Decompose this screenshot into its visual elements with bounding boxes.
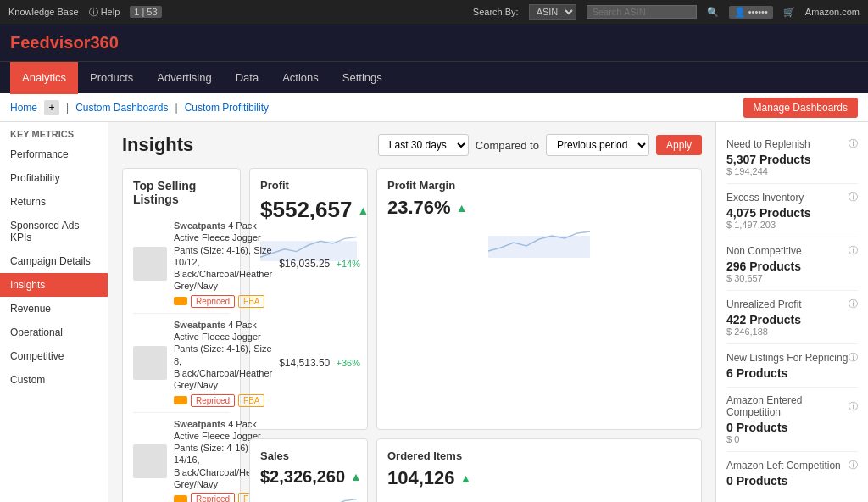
search-icon[interactable]: 🔍: [707, 7, 719, 18]
margin-up-arrow: ▲: [456, 201, 468, 215]
insight-amazon-left-title: Amazon Left Competition ⓘ: [726, 459, 858, 471]
insight-need-replenish[interactable]: Need to Replenish ⓘ 5,307 Products $ 194…: [726, 131, 858, 184]
listing-thumb: [133, 247, 167, 281]
sidebar-item-performance[interactable]: Performance: [0, 142, 108, 166]
insight-non-competitive[interactable]: Non Competitive ⓘ 296 Products $ 30,657: [726, 237, 858, 291]
sidebar: Key Metrics Performance Profitability Re…: [0, 122, 108, 502]
right-panel: Need to Replenish ⓘ 5,307 Products $ 194…: [715, 122, 868, 502]
insight-amazon-entered[interactable]: Amazon Entered Competition ⓘ 0 Products …: [726, 388, 858, 452]
sidebar-item-operational[interactable]: Operational: [0, 321, 108, 344]
amazon-entered-sub: $ 0: [726, 434, 858, 444]
nav-analytics[interactable]: Analytics: [10, 62, 78, 94]
breadcrumb-home[interactable]: Home: [10, 102, 37, 114]
info-icon[interactable]: ⓘ: [849, 298, 858, 310]
insight-non-competitive-title: Non Competitive ⓘ: [726, 244, 858, 257]
listing-item[interactable]: Sweatpants 4 Pack Active Fleece Jogger P…: [133, 314, 230, 413]
need-replenish-sub: $ 194,244: [726, 166, 858, 176]
top-listings-title: Top Selling Listings: [133, 179, 230, 206]
sidebar-item-insights[interactable]: Insights: [0, 273, 108, 297]
excess-inventory-sub: $ 1,497,203: [726, 220, 858, 230]
info-icon[interactable]: ⓘ: [849, 191, 858, 204]
insight-amazon-left[interactable]: Amazon Left Competition ⓘ 0 Products: [726, 452, 858, 494]
sales-metric-card: Sales $2,326,260 ▲: [249, 438, 368, 502]
ordered-items-title: Ordered Items: [387, 449, 691, 462]
help-link[interactable]: ⓘ Help: [89, 6, 120, 19]
breadcrumb-custom-profitability[interactable]: Custom Profitibility: [185, 102, 269, 114]
knowledge-base-link[interactable]: Knowledge Base: [8, 7, 79, 17]
date-controls: Last 30 days Compared to Previous period…: [378, 134, 702, 156]
info-icon[interactable]: ⓘ: [849, 244, 858, 257]
nav-settings[interactable]: Settings: [331, 62, 394, 94]
main-layout: Key Metrics Performance Profitability Re…: [0, 122, 868, 502]
insight-unrealized-profit-title: Unrealized Profit ⓘ: [726, 298, 858, 310]
listing-thumb: [133, 444, 167, 478]
non-competitive-sub: $ 30,657: [726, 273, 858, 283]
insight-excess-inventory[interactable]: Excess Inventory ⓘ 4,075 Products $ 1,49…: [726, 184, 858, 237]
logo-brand: Feedvisor: [10, 33, 90, 52]
logo[interactable]: Feedvisor360: [10, 33, 119, 53]
listing-info: Sweatpants 4 Pack Active Fleece Jogger P…: [174, 220, 272, 308]
breadcrumb-bar: Home + | Custom Dashboards | Custom Prof…: [0, 93, 868, 122]
profit-up-arrow: ▲: [357, 204, 369, 217]
listing-info: Sweatpants 4 Pack Active Fleece Jogger P…: [174, 319, 272, 407]
listing-price: $16,035.25 +14%: [279, 258, 360, 270]
amazon-icon: [174, 396, 187, 404]
amazon-icon: [174, 495, 187, 502]
sales-metric-value: $2,326,260 ▲: [260, 467, 357, 487]
page-header: Insights Last 30 days Compared to Previo…: [122, 134, 702, 156]
unrealized-profit-sub: $ 246,188: [726, 326, 858, 337]
apply-button[interactable]: Apply: [656, 135, 702, 155]
sidebar-item-revenue[interactable]: Revenue: [0, 297, 108, 321]
ordered-up-arrow: ▲: [460, 471, 472, 485]
asin-select[interactable]: ASIN: [529, 4, 576, 20]
fba-tag: FBA: [238, 295, 264, 308]
svg-rect-1: [488, 236, 590, 258]
top-bar-left: Knowledge Base ⓘ Help 1 | 53: [8, 6, 162, 19]
insight-unrealized-profit[interactable]: Unrealized Profit ⓘ 422 Products $ 246,1…: [726, 291, 858, 344]
sidebar-item-returns[interactable]: Returns: [0, 190, 108, 214]
logo-suffix: 360: [90, 33, 118, 52]
non-competitive-products: 296 Products: [726, 259, 858, 273]
info-icon[interactable]: ⓘ: [849, 459, 858, 471]
date-range-select[interactable]: Last 30 days: [378, 134, 469, 156]
listing-item[interactable]: Sweatpants 4 Pack Active Fleece Jogger P…: [133, 413, 230, 502]
insight-amazon-entered-title: Amazon Entered Competition ⓘ: [726, 394, 858, 418]
nav-products[interactable]: Products: [78, 62, 145, 94]
manage-dashboards-button[interactable]: Manage Dashboards: [743, 98, 858, 118]
new-listings-products: 6 Products: [726, 366, 858, 380]
user-account[interactable]: 👤 ••••••: [729, 6, 773, 19]
breadcrumb-custom-dashboards[interactable]: Custom Dashboards: [75, 102, 168, 114]
sidebar-item-sponsored-ads[interactable]: Sponsored Ads KPIs: [0, 214, 108, 249]
nav-advertising[interactable]: Advertising: [145, 62, 223, 94]
insight-need-replenish-title: Need to Replenish ⓘ: [726, 137, 858, 150]
nav-data[interactable]: Data: [224, 62, 270, 94]
insight-new-listings[interactable]: New Listings For Repricing ⓘ 6 Products: [726, 344, 858, 388]
info-icon[interactable]: ⓘ: [849, 400, 858, 413]
nav-actions[interactable]: Actions: [270, 62, 331, 94]
search-input-top[interactable]: [587, 5, 697, 19]
ordered-items-value: 104,126 ▲: [387, 467, 691, 489]
profit-margin-value: 23.76% ▲: [387, 197, 691, 219]
breadcrumb-separator2: |: [175, 102, 178, 114]
cart-icon: 🛒: [783, 7, 795, 18]
notification-count: 1 | 53: [130, 6, 161, 18]
sidebar-item-custom[interactable]: Custom: [0, 368, 108, 392]
nav-bar: Analytics Products Advertising Data Acti…: [0, 61, 868, 93]
period-select[interactable]: Previous period: [546, 134, 649, 156]
excess-inventory-products: 4,075 Products: [726, 206, 858, 220]
sidebar-item-campaign-details[interactable]: Campaign Details: [0, 249, 108, 273]
fba-tag: FBA: [238, 394, 264, 407]
insight-new-listings-title: New Listings For Repricing ⓘ: [726, 351, 858, 364]
profit-value: $552,657 ▲: [260, 197, 357, 223]
listing-name: Sweatpants 4 Pack Active Fleece Jogger P…: [174, 220, 272, 293]
sidebar-item-profitability[interactable]: Profitability: [0, 166, 108, 190]
info-icon[interactable]: ⓘ: [849, 351, 858, 364]
amazon-entered-products: 0 Products: [726, 421, 858, 434]
listing-thumb: [133, 346, 167, 380]
add-dashboard-button[interactable]: +: [44, 100, 59, 115]
info-icon[interactable]: ⓘ: [849, 137, 858, 150]
listing-item[interactable]: Sweatpants 4 Pack Active Fleece Jogger P…: [133, 215, 230, 314]
need-replenish-products: 5,307 Products: [726, 153, 858, 166]
repriced-tag: Repriced: [191, 295, 235, 308]
sidebar-item-competitive[interactable]: Competitive: [0, 344, 108, 368]
